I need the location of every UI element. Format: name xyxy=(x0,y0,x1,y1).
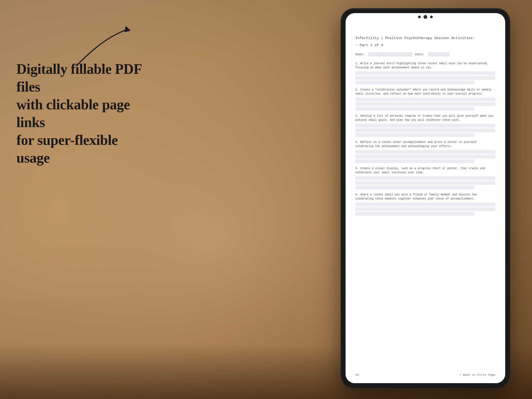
question-5-text: 5. Create a visual display, such as a pr… xyxy=(355,166,495,175)
name-label: Name: xyxy=(355,52,365,56)
tablet-camera-bar xyxy=(409,13,442,21)
question-2-text: 2. Create a "celebration calendar" where… xyxy=(355,88,495,96)
tablet-screen: Infertility | Positive Psychotherapy Ses… xyxy=(346,13,505,383)
answer-line[interactable] xyxy=(355,76,495,80)
question-6-text: 6. Share a recent small win with a frien… xyxy=(355,193,495,201)
camera-dot-1 xyxy=(418,16,421,18)
tablet: Infertility | Positive Psychotherapy Ses… xyxy=(341,8,510,388)
svg-point-1 xyxy=(485,13,500,31)
question-4-answer[interactable] xyxy=(355,150,495,163)
name-input-field[interactable] xyxy=(368,52,412,57)
answer-line[interactable] xyxy=(355,186,474,189)
question-2-answer[interactable] xyxy=(355,98,495,111)
question-4-text: 4. Reflect on a recent minor accomplishm… xyxy=(355,140,495,149)
document-subtitle: – Part 1 of 4 xyxy=(355,43,495,47)
watermark-bottom xyxy=(346,367,505,383)
answer-line[interactable] xyxy=(355,81,474,84)
promo-text-block: Digitally fillable PDF files with clicka… xyxy=(16,60,148,167)
tablet-outer-frame: Infertility | Positive Psychotherapy Ses… xyxy=(341,8,510,388)
svg-point-2 xyxy=(488,15,500,27)
question-6-answer[interactable] xyxy=(355,203,495,216)
svg-point-5 xyxy=(490,371,498,379)
answer-line[interactable] xyxy=(355,155,495,159)
date-input-field[interactable] xyxy=(428,52,450,57)
camera-dot-2 xyxy=(430,16,433,18)
answer-line[interactable] xyxy=(355,176,495,180)
question-5: 5. Create a visual display, such as a pr… xyxy=(355,166,495,189)
question-3: 3. Develop a list of personal rewards or… xyxy=(355,114,495,137)
svg-marker-0 xyxy=(124,26,131,32)
question-6: 6. Share a recent small win with a frien… xyxy=(355,193,495,216)
date-label: Date: xyxy=(415,52,425,56)
answer-line[interactable] xyxy=(355,133,474,137)
question-1: 1. Write a journal entry highlighting th… xyxy=(355,61,495,84)
answer-line[interactable] xyxy=(355,102,495,106)
promo-heading: Digitally fillable PDF files with clicka… xyxy=(16,60,148,167)
answer-line[interactable] xyxy=(355,212,474,216)
svg-point-4 xyxy=(487,368,500,382)
question-3-answer[interactable] xyxy=(355,124,495,137)
pdf-document: Infertility | Positive Psychotherapy Ses… xyxy=(346,13,505,383)
answer-line[interactable] xyxy=(355,203,495,206)
name-date-row: Name: Date: xyxy=(355,52,495,57)
answer-line[interactable] xyxy=(355,124,495,128)
document-title: Infertility | Positive Psychotherapy Ses… xyxy=(355,36,495,41)
question-3-text: 3. Develop a list of personal rewards or… xyxy=(355,114,495,122)
answer-line[interactable] xyxy=(355,71,495,75)
answer-line[interactable] xyxy=(355,107,474,111)
answer-line[interactable] xyxy=(355,98,495,101)
answer-line[interactable] xyxy=(355,207,495,211)
answer-line[interactable] xyxy=(355,150,495,154)
question-2: 2. Create a "celebration calendar" where… xyxy=(355,88,495,111)
question-4: 4. Reflect on a recent minor accomplishm… xyxy=(355,140,495,163)
answer-line[interactable] xyxy=(355,181,495,185)
question-1-answer[interactable] xyxy=(355,71,495,84)
camera-sensor xyxy=(423,15,427,19)
answer-line[interactable] xyxy=(355,159,474,163)
question-1-text: 1. Write a journal entry highlighting th… xyxy=(355,61,495,70)
answer-line[interactable] xyxy=(355,128,495,132)
question-5-answer[interactable] xyxy=(355,176,495,189)
